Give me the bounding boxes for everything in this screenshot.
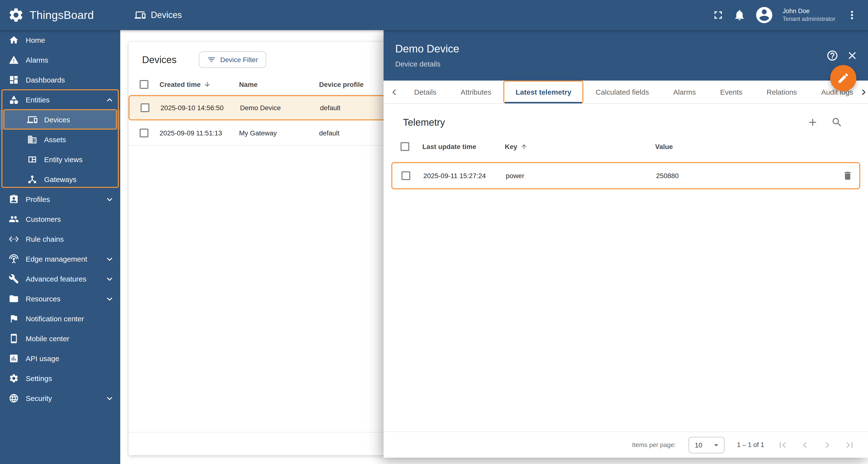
assets-icon [27,135,37,145]
sidebar-item-entities[interactable]: Entities [0,90,120,110]
tab-label: Latest telemetry [516,88,571,96]
edit-icon [837,72,849,84]
tab-alarms[interactable]: Alarms [661,81,708,104]
select-all-checkbox[interactable] [401,142,409,151]
entities-icon [9,95,19,105]
sidebar-item-label: API usage [26,354,59,362]
sidebar-item-label: Advanced features [26,275,86,283]
tab-latest-telemetry[interactable]: Latest telemetry [503,81,583,104]
search-icon[interactable] [831,116,843,128]
home-icon [9,35,19,45]
sidebar-item-mobile-center[interactable]: Mobile center [0,328,120,348]
telemetry-row-power[interactable]: 2025-09-11 15:27:24 power 250880 [391,162,860,189]
column-label: Value [655,143,673,150]
cell-created-time: 2025-09-09 11:51:13 [159,129,239,137]
settings-icon [9,373,19,383]
more-menu-icon[interactable] [846,9,858,21]
add-telemetry-icon[interactable] [807,116,818,128]
entity-views-icon [27,154,37,165]
sidebar-item-alarms[interactable]: Alarms [0,50,120,70]
row-checkbox[interactable] [141,104,149,112]
telemetry-pagination: Items per page: 10 1 – 1 of 1 [383,432,868,458]
sidebar-item-edge-management[interactable]: Edge management [0,249,120,269]
sidebar-item-label: Entities [26,96,50,104]
close-drawer-icon[interactable] [846,49,858,61]
sidebar-item-resources[interactable]: Resources [0,289,120,309]
cell-name: Demo Device [240,104,320,112]
tabs-scroll-left-icon[interactable] [386,81,402,104]
tab-label: Attributes [461,88,492,96]
first-page-icon[interactable] [777,439,788,451]
last-page-icon[interactable] [844,439,856,451]
gateways-icon [27,174,37,184]
device-filter-button[interactable]: Device Filter [199,52,266,68]
sidebar-item-gateways[interactable]: Gateways [0,169,120,189]
column-header-created-time[interactable]: Created time [159,80,239,88]
notifications-icon[interactable] [733,9,746,21]
sidebar-item-profiles[interactable]: Profiles [0,189,120,209]
cell-value: 250880 [652,172,836,180]
sidebar-item-label: Rule chains [26,235,64,243]
chevron-down-icon [104,254,115,264]
user-name: John Doe [783,7,837,16]
sidebar-item-customers[interactable]: Customers [0,209,120,229]
sidebar-item-home[interactable]: Home [0,30,120,50]
sidebar-item-label: Entity views [44,155,83,164]
sidebar-item-label: Notification center [26,315,84,323]
edit-device-fab[interactable] [830,65,856,91]
resources-icon [9,294,19,304]
help-icon[interactable] [826,49,838,61]
sidebar-item-settings[interactable]: Settings [0,368,120,388]
filter-icon [207,55,216,64]
column-header-value[interactable]: Value [651,143,837,150]
next-page-icon[interactable] [822,439,833,451]
delete-telemetry-icon[interactable] [842,170,853,181]
tab-calculated-fields[interactable]: Calculated fields [584,81,661,104]
page-title-label: Devices [151,10,182,20]
sidebar-item-devices[interactable]: Devices [0,110,120,129]
telemetry-table-header-row: Last update time Key Value [391,136,860,157]
user-info[interactable]: John Doe Tenant administrator [783,7,837,23]
drawer-subtitle: Device details [395,60,459,68]
prev-page-icon[interactable] [799,439,811,451]
select-all-checkbox[interactable] [140,80,148,89]
sidebar-item-entity-views[interactable]: Entity views [0,149,120,169]
sidebar-item-advanced-features[interactable]: Advanced features [0,269,120,289]
alarms-icon [9,55,19,65]
column-header-name[interactable]: Name [239,80,319,88]
sidebar-item-label: Alarms [26,56,48,64]
brand[interactable]: ThingsBoard [0,7,122,23]
column-header-key[interactable]: Key [501,143,651,150]
sidebar-item-dashboards[interactable]: Dashboards [0,70,120,90]
chevron-left-icon [389,86,400,98]
sidebar-item-rule-chains[interactable]: Rule chains [0,229,120,249]
telemetry-table: Last update time Key Value 2025-09-11 15… [391,136,860,189]
column-header-last-update-time[interactable]: Last update time [418,143,501,150]
tab-label: Calculated fields [596,88,649,96]
top-header: ThingsBoard Devices John Doe Tenant admi… [0,0,868,30]
tab-details[interactable]: Details [402,81,448,104]
tab-label: Events [720,88,742,96]
telemetry-actions [807,116,848,128]
sidebar-item-security[interactable]: Security [0,388,120,408]
tab-relations[interactable]: Relations [754,81,809,104]
security-icon [9,393,19,403]
page-title: Devices [135,10,182,20]
row-checkbox[interactable] [402,171,410,180]
sidebar-item-label: Mobile center [26,335,69,343]
sidebar-item-notification-center[interactable]: Notification center [0,309,120,328]
sidebar-item-api-usage[interactable]: API usage [0,348,120,368]
tab-attributes[interactable]: Attributes [448,81,504,104]
tab-events[interactable]: Events [708,81,754,104]
device-details-drawer: Demo Device Device details Details Attri… [383,30,868,458]
fullscreen-icon[interactable] [712,9,724,21]
items-per-page-select[interactable]: 10 [688,437,724,453]
sidebar-item-assets[interactable]: Assets [0,129,120,149]
devices-icon [27,115,37,125]
row-checkbox[interactable] [140,128,148,137]
topbar-actions: John Doe Tenant administrator [712,5,868,25]
tabs-scroll-right-icon[interactable] [856,81,868,104]
avatar[interactable] [754,5,774,25]
drawer-title: Demo Device [395,43,459,55]
sidebar-item-label: Settings [26,374,52,382]
